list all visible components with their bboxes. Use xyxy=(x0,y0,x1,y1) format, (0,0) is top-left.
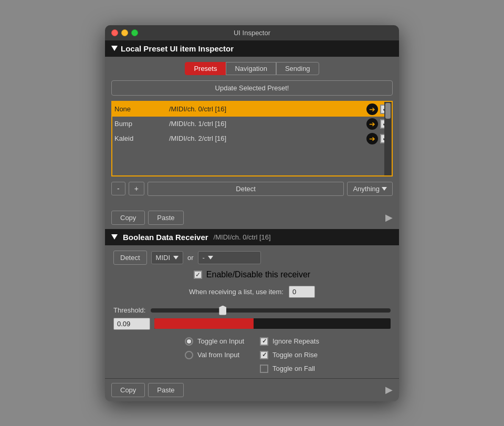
toggle-on-fall-label: Toggle on Fall xyxy=(272,365,315,372)
threshold-section: Threshold: xyxy=(113,305,391,330)
preset-arrow-icon[interactable]: ➔ xyxy=(366,103,378,115)
preset-name: None xyxy=(114,105,167,113)
slider-thumb[interactable] xyxy=(219,306,226,315)
top-section-header: Local Preset UI item Inspector xyxy=(105,40,399,57)
threshold-progress-bar xyxy=(154,318,391,329)
option-ignore-repeats: Ignore Repeats xyxy=(260,337,319,346)
threshold-label: Threshold: xyxy=(113,306,145,314)
toggle-on-input-radio[interactable] xyxy=(185,337,193,346)
val-from-input-label: Val from Input xyxy=(197,351,239,359)
threshold-input[interactable] xyxy=(113,318,150,330)
preset-name: Bump xyxy=(114,120,167,128)
list-item-label: When receiving a list, use item: xyxy=(189,288,284,296)
toggle-on-rise-checkbox[interactable] xyxy=(260,351,268,359)
detect-midi-row: Detect MIDI or - xyxy=(113,251,391,265)
dash-dropdown-arrow-icon xyxy=(208,256,213,259)
boolean-section-title: Boolean Data Receiver xyxy=(123,233,208,242)
scrollbar-thumb[interactable] xyxy=(385,103,391,119)
maximize-button[interactable] xyxy=(131,29,138,36)
boolean-detect-button[interactable]: Detect xyxy=(113,251,147,265)
tab-navigation[interactable]: Navigation xyxy=(226,62,276,75)
preset-path: /MIDI/ch. 0/ctrl [16] xyxy=(169,105,364,113)
dash-dropdown[interactable]: - xyxy=(198,251,261,264)
toggle-on-input-label: Toggle on Input xyxy=(197,337,244,345)
table-row[interactable]: Bump /MIDI/ch. 1/ctrl [16] ➔ xyxy=(112,117,392,131)
copy-button-2[interactable]: Copy xyxy=(111,383,145,397)
scroll-right-icon: ▶ xyxy=(385,212,393,223)
boolean-section-header: Boolean Data Receiver /MIDI/ch. 0/ctrl [… xyxy=(105,229,399,245)
option-toggle-on-fall: Toggle on Fall xyxy=(260,365,319,373)
threshold-label-row: Threshold: xyxy=(113,305,391,316)
option-val-from-input: Val from Input xyxy=(185,351,244,359)
table-row[interactable]: Kaleid /MIDI/ch. 2/ctrl [16] ➔ xyxy=(112,131,392,146)
dropdown-arrow-icon xyxy=(382,187,387,191)
toggle-on-rise-label: Toggle on Rise xyxy=(272,351,318,359)
list-item-input[interactable] xyxy=(289,286,315,298)
copy-button-1[interactable]: Copy xyxy=(111,211,145,225)
preset-toolbar: - + Detect Anything xyxy=(111,182,393,196)
preset-path: /MIDI/ch. 2/ctrl [16] xyxy=(169,134,364,142)
collapse-icon[interactable] xyxy=(111,46,118,51)
ignore-repeats-label: Ignore Repeats xyxy=(272,337,319,345)
options-grid: Toggle on Input Val from Input Ignore Re… xyxy=(113,337,391,373)
slider-track xyxy=(151,308,391,313)
update-selected-preset-button[interactable]: Update Selected Preset! xyxy=(111,80,393,96)
boolean-collapse-icon[interactable] xyxy=(111,234,118,240)
detect-button[interactable]: Detect xyxy=(148,182,344,196)
tab-presets[interactable]: Presets xyxy=(185,62,226,75)
preset-name: Kaleid xyxy=(114,134,167,142)
main-window: UI Inspector Local Preset UI item Inspec… xyxy=(105,25,399,401)
options-right-col: Ignore Repeats Toggle on Rise Toggle on … xyxy=(260,337,319,373)
boolean-section-path: /MIDI/ch. 0/ctrl [16] xyxy=(214,233,271,241)
midi-dropdown[interactable]: MIDI xyxy=(151,251,183,264)
val-from-input-radio[interactable] xyxy=(185,351,193,359)
paste-button-2[interactable]: Paste xyxy=(148,383,183,397)
options-left-col: Toggle on Input Val from Input xyxy=(185,337,244,373)
preset-path: /MIDI/ch. 1/ctrl [16] xyxy=(169,120,364,128)
tab-row: Presets Navigation Sending xyxy=(111,62,393,75)
enable-row: Enable/Disable this receiver xyxy=(113,270,391,279)
close-button[interactable] xyxy=(111,29,118,36)
window-title: UI Inspector xyxy=(234,29,270,37)
title-bar: UI Inspector xyxy=(105,25,399,40)
threshold-slider[interactable] xyxy=(151,305,391,316)
paste-button-1[interactable]: Paste xyxy=(148,211,183,225)
preset-arrow-icon[interactable]: ➔ xyxy=(366,118,378,130)
anything-dropdown-button[interactable]: Anything xyxy=(347,182,393,196)
copy-paste-bar-2: Copy Paste ▶ xyxy=(105,378,399,401)
or-label: or xyxy=(187,254,194,262)
option-toggle-on-rise: Toggle on Rise xyxy=(260,351,319,359)
remove-preset-button[interactable]: - xyxy=(111,182,125,195)
add-preset-button[interactable]: + xyxy=(129,182,144,195)
table-row[interactable]: None /MIDI/ch. 0/ctrl [16] ➔ xyxy=(112,102,392,117)
copy-paste-bar-1: Copy Paste ▶ xyxy=(105,206,399,229)
top-section-title: Local Preset UI item Inspector xyxy=(121,44,234,53)
table-row-empty xyxy=(112,161,392,175)
boolean-content: Detect MIDI or - Enable/Disable this rec… xyxy=(105,245,399,378)
preset-arrow-icon[interactable]: ➔ xyxy=(366,133,378,144)
toggle-on-fall-checkbox[interactable] xyxy=(260,365,268,373)
scroll-right-icon-2: ▶ xyxy=(385,384,393,396)
minimize-button[interactable] xyxy=(121,29,128,36)
list-item-row: When receiving a list, use item: xyxy=(113,286,391,298)
preset-list: None /MIDI/ch. 0/ctrl [16] ➔ Bump /MIDI/… xyxy=(111,101,393,176)
scrollbar[interactable] xyxy=(384,102,392,175)
enable-label: Enable/Disable this receiver xyxy=(206,270,310,279)
top-content: Presets Navigation Sending Update Select… xyxy=(105,57,399,206)
tab-sending[interactable]: Sending xyxy=(276,62,319,75)
enable-checkbox[interactable] xyxy=(194,271,202,279)
progress-bar-fill xyxy=(154,318,254,329)
table-row-empty xyxy=(112,146,392,161)
ignore-repeats-checkbox[interactable] xyxy=(260,337,268,346)
midi-dropdown-arrow-icon xyxy=(173,256,178,259)
option-toggle-on-input: Toggle on Input xyxy=(185,337,244,346)
threshold-value-row xyxy=(113,318,391,330)
